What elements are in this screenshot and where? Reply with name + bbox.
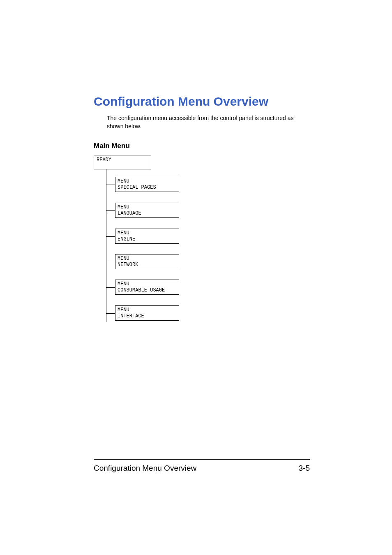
footer-rule — [94, 459, 310, 460]
menu-line1: MENU — [118, 204, 177, 210]
tree-connector — [106, 180, 106, 185]
menu-tree: READY MENU SPECIAL PAGES MENU LANGUAGE M… — [94, 155, 201, 336]
menu-item-consumable-usage: MENU CONSUMABLE USAGE — [115, 280, 179, 295]
page: Configuration Menu Overview The configur… — [0, 0, 392, 555]
tree-connector — [106, 210, 115, 211]
menu-item-interface: MENU INTERFACE — [115, 305, 179, 321]
menu-line2: ENGINE — [118, 236, 177, 242]
menu-line1: MENU — [118, 230, 177, 236]
menu-line2: SPECIAL PAGES — [118, 185, 177, 190]
tree-connector — [106, 262, 115, 262]
footer-title: Configuration Menu Overview — [94, 464, 196, 473]
tree-root-box: READY — [94, 155, 151, 169]
menu-line1: MENU — [118, 307, 177, 313]
menu-line1: MENU — [118, 256, 177, 261]
tree-connector — [106, 185, 115, 185]
page-footer: Configuration Menu Overview 3-5 — [94, 459, 310, 473]
menu-item-network: MENU NETWORK — [115, 254, 179, 269]
menu-item-special-pages: MENU SPECIAL PAGES — [115, 177, 179, 192]
menu-line2: CONSUMABLE USAGE — [118, 287, 177, 293]
menu-item-language: MENU LANGUAGE — [115, 203, 179, 218]
intro-text: The configuration menu accessible from t… — [107, 114, 304, 130]
menu-line1: MENU — [118, 281, 177, 287]
menu-line2: LANGUAGE — [118, 210, 177, 216]
menu-line2: INTERFACE — [118, 313, 177, 319]
page-heading: Configuration Menu Overview — [94, 95, 310, 109]
footer-page-number: 3-5 — [299, 464, 310, 473]
menu-item-engine: MENU ENGINE — [115, 229, 179, 244]
menu-line2: NETWORK — [118, 262, 177, 268]
subheading: Main Menu — [94, 142, 310, 150]
tree-trunk — [106, 169, 106, 322]
tree-connector — [106, 236, 115, 237]
tree-connector — [106, 313, 115, 314]
tree-connector — [106, 287, 115, 288]
menu-line1: MENU — [118, 178, 177, 184]
footer-row: Configuration Menu Overview 3-5 — [94, 464, 310, 473]
